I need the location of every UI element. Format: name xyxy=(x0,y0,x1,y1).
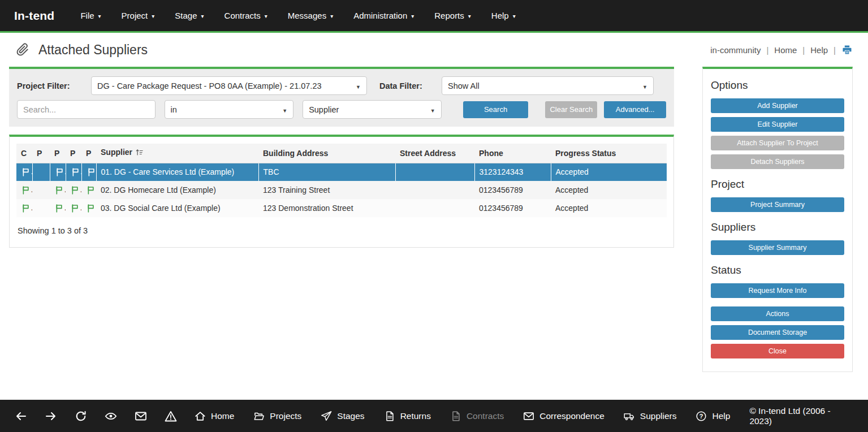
col-header-street-address: Street Address xyxy=(395,144,474,163)
add-supplier-button[interactable]: Add Supplier xyxy=(711,98,844,113)
warning-icon[interactable] xyxy=(165,410,177,422)
menu-help[interactable]: Help xyxy=(491,11,516,20)
flag-icon xyxy=(70,185,80,194)
bottom-nav-correspondence[interactable]: Correspondence xyxy=(523,411,604,422)
cell-supplier: 02. DG Homecare Ltd (Example) xyxy=(96,181,258,199)
project-filter-label: Project Filter: xyxy=(17,81,91,90)
flag-icon xyxy=(71,167,80,176)
table-row[interactable]: 01. DG - Care Services Ltd (Example) TBC… xyxy=(16,163,667,181)
col-header-progress-status: Progress Status xyxy=(551,144,667,163)
table-header-row: C P P P P Supplier Building Address Stre… xyxy=(16,144,667,163)
caret-down-icon xyxy=(468,13,471,19)
edit-supplier-button[interactable]: Edit Supplier xyxy=(711,117,844,132)
col-header-p3: P xyxy=(66,144,81,163)
search-input[interactable] xyxy=(17,100,156,119)
advanced-search-button[interactable]: Advanced... xyxy=(604,101,666,118)
main-menu: File Project Stage Contracts Messages Ad… xyxy=(80,11,515,20)
link-help[interactable]: Help xyxy=(810,45,828,55)
actions-button[interactable]: Actions xyxy=(711,306,844,321)
attach-supplier-button[interactable]: Attach Supplier To Project xyxy=(711,136,844,150)
truck-icon xyxy=(624,411,635,422)
supplier-summary-button[interactable]: Supplier Summary xyxy=(711,240,844,255)
search-button[interactable]: Search xyxy=(463,101,529,118)
col-header-p4: P xyxy=(81,144,96,163)
request-more-info-button[interactable]: Request More Info xyxy=(711,283,844,298)
suppliers-table-panel: C P P P P Supplier Building Address Stre… xyxy=(9,135,674,248)
caret-down-icon xyxy=(330,13,333,19)
document-icon xyxy=(384,411,395,422)
back-icon[interactable] xyxy=(15,410,27,422)
bottom-nav-returns[interactable]: Returns xyxy=(384,411,431,422)
caret-down-icon xyxy=(356,81,361,90)
project-filter-select[interactable]: DG - Care Package Request - PO8 0AA (Exa… xyxy=(91,76,367,95)
section-heading-status: Status xyxy=(711,264,844,277)
folder-icon xyxy=(253,411,265,422)
refresh-icon[interactable] xyxy=(75,410,87,422)
close-button[interactable]: Close xyxy=(711,344,844,358)
cell-supplier: 01. DG - Care Services Ltd (Example) xyxy=(96,163,258,181)
search-scope-select[interactable]: in xyxy=(165,100,294,119)
flag-icon xyxy=(86,185,96,194)
cell-progress-status: Accepted xyxy=(551,181,667,199)
cell-progress-status: Accepted xyxy=(551,199,667,217)
printer-icon[interactable] xyxy=(841,44,853,55)
flag-icon xyxy=(86,203,96,212)
divider xyxy=(834,45,836,55)
menu-project[interactable]: Project xyxy=(122,11,155,20)
col-header-phone: Phone xyxy=(474,144,551,163)
cell-street-address xyxy=(395,181,474,199)
results-summary: Showing 1 to 3 of 3 xyxy=(18,226,666,235)
divider xyxy=(766,45,768,55)
col-header-building-address: Building Address xyxy=(258,144,395,163)
menu-stage[interactable]: Stage xyxy=(175,11,204,20)
caret-down-icon xyxy=(513,13,516,19)
menu-contracts[interactable]: Contracts xyxy=(224,11,267,20)
table-row[interactable]: 03. DG Social Care Ltd (Example) 123 Dem… xyxy=(16,199,667,217)
col-header-p1: P xyxy=(32,144,50,163)
cell-progress-status: Accepted xyxy=(551,163,667,181)
cell-building-address: TBC xyxy=(258,163,395,181)
menu-reports[interactable]: Reports xyxy=(434,11,471,20)
bottom-nav-stages[interactable]: Stages xyxy=(321,411,364,422)
flag-icon xyxy=(21,203,31,212)
mail-icon[interactable] xyxy=(135,410,147,422)
link-in-community[interactable]: in-community xyxy=(710,45,761,55)
header-links: in-community Home Help xyxy=(710,44,853,55)
actions-sidebar: Options Add Supplier Edit Supplier Attac… xyxy=(702,67,853,372)
cell-building-address: 123 Demonstration Street xyxy=(258,199,395,217)
home-icon xyxy=(195,411,206,422)
caret-down-icon xyxy=(430,105,435,114)
caret-down-icon xyxy=(282,105,287,114)
forward-icon[interactable] xyxy=(45,410,57,422)
menu-administration[interactable]: Administration xyxy=(353,11,414,20)
col-header-c: C xyxy=(16,144,32,163)
bottom-nav-projects[interactable]: Projects xyxy=(253,411,301,422)
page-title: Attached Suppliers xyxy=(38,42,148,58)
menu-messages[interactable]: Messages xyxy=(288,11,333,20)
detach-suppliers-button[interactable]: Detach Suppliers xyxy=(711,154,844,169)
sort-icon[interactable] xyxy=(135,148,144,158)
table-row[interactable]: 02. DG Homecare Ltd (Example) 123 Traini… xyxy=(16,181,667,199)
eye-icon[interactable] xyxy=(105,410,117,422)
search-field-select[interactable]: Supplier xyxy=(303,100,442,119)
bottom-nav-contracts[interactable]: Contracts xyxy=(450,411,504,422)
top-menubar: In-tend File Project Stage Contracts Mes… xyxy=(0,0,868,31)
help-icon xyxy=(696,411,707,422)
caret-down-icon xyxy=(411,13,414,19)
col-header-supplier[interactable]: Supplier xyxy=(96,144,258,163)
caret-down-icon xyxy=(642,81,647,90)
bottom-nav-help[interactable]: Help xyxy=(696,411,730,422)
bottom-nav-home[interactable]: Home xyxy=(195,411,234,422)
section-heading-project: Project xyxy=(711,178,844,191)
document-storage-button[interactable]: Document Storage xyxy=(711,325,844,340)
link-home[interactable]: Home xyxy=(774,45,797,55)
clear-search-button[interactable]: Clear Search xyxy=(545,101,597,118)
section-heading-options: Options xyxy=(711,79,844,92)
flag-icon xyxy=(21,167,31,176)
project-summary-button[interactable]: Project Summary xyxy=(711,197,844,212)
menu-file[interactable]: File xyxy=(80,11,101,20)
section-heading-suppliers: Suppliers xyxy=(711,221,844,234)
bottom-nav-suppliers[interactable]: Suppliers xyxy=(624,411,677,422)
data-filter-select[interactable]: Show All xyxy=(442,76,654,95)
flag-icon xyxy=(54,185,64,194)
